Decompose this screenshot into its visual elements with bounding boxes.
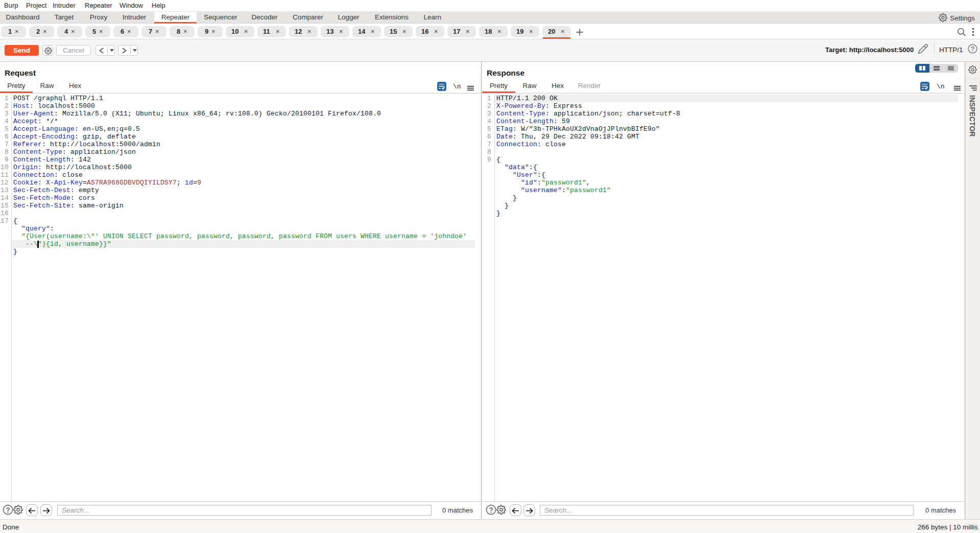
svg-text:?: ? [971, 45, 975, 53]
svg-text:?: ? [489, 506, 493, 514]
svg-text:?: ? [6, 506, 10, 514]
